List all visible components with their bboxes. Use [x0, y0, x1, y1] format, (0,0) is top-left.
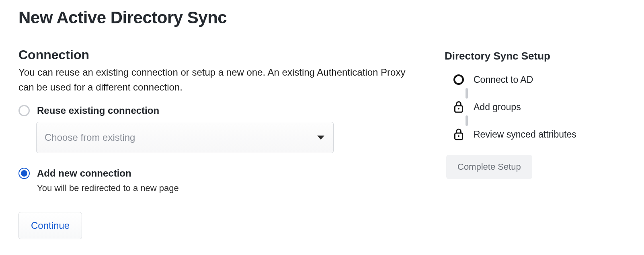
step-label: Add groups — [474, 102, 521, 113]
radio-add-new[interactable]: Add new connection — [18, 168, 412, 179]
radio-selected-dot-icon — [21, 170, 27, 177]
setup-title: Directory Sync Setup — [445, 50, 626, 62]
radio-add-new-hint: You will be redirected to a new page — [37, 183, 412, 193]
radio-add-new-label: Add new connection — [37, 168, 131, 179]
step-connector — [466, 88, 468, 99]
side-column: Directory Sync Setup Connect to AD Add g — [445, 47, 626, 179]
step-label: Review synced attributes — [474, 129, 576, 140]
circle-icon — [453, 74, 465, 86]
select-placeholder: Choose from existing — [45, 132, 135, 143]
svg-point-3 — [458, 135, 459, 137]
continue-button[interactable]: Continue — [18, 212, 82, 239]
lock-icon — [453, 128, 465, 140]
radio-reuse-existing[interactable]: Reuse existing connection — [18, 105, 412, 116]
layout-container: Connection You can reuse an existing con… — [18, 47, 626, 239]
radio-selected-icon — [18, 168, 30, 179]
step-review-attributes: Review synced attributes — [453, 128, 626, 140]
existing-select-wrap: Choose from existing — [36, 122, 412, 153]
page-title: New Active Directory Sync — [18, 8, 626, 27]
main-column: Connection You can reuse an existing con… — [18, 47, 412, 239]
connection-heading: Connection — [18, 47, 412, 62]
step-connector — [466, 115, 468, 126]
step-add-groups: Add groups — [453, 101, 626, 113]
radio-unselected-icon — [18, 105, 30, 116]
step-connect-to-ad: Connect to AD — [453, 74, 626, 86]
caret-down-icon — [317, 136, 324, 140]
setup-steps: Connect to AD Add groups — [445, 74, 626, 140]
existing-connection-select[interactable]: Choose from existing — [36, 122, 334, 153]
svg-point-1 — [458, 108, 459, 109]
connection-description: You can reuse an existing connection or … — [18, 65, 412, 95]
radio-reuse-label: Reuse existing connection — [37, 105, 159, 116]
lock-icon — [453, 101, 465, 113]
step-label: Connect to AD — [474, 74, 533, 85]
complete-setup-button[interactable]: Complete Setup — [446, 155, 532, 179]
